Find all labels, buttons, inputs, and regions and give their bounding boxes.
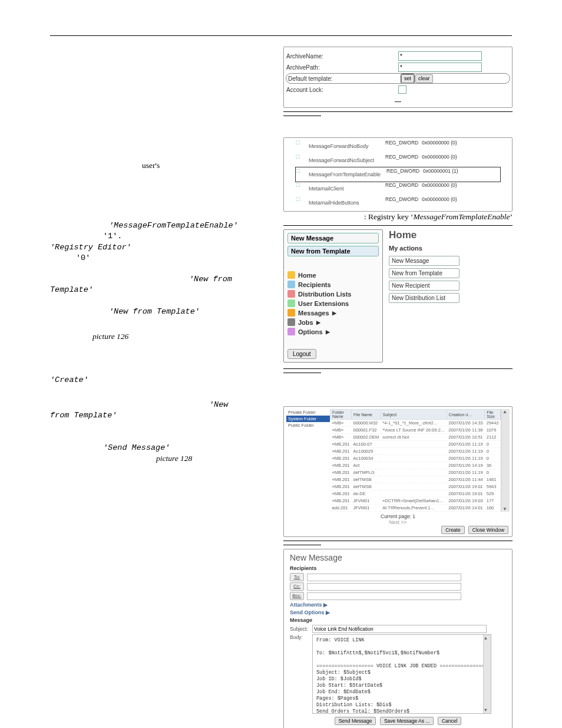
table-row[interactable]: «MB.201Ac1000342007/01/26 11:190: [330, 455, 501, 462]
message-label: Message: [290, 617, 506, 623]
archive-name-row: ArchiveName:: [286, 51, 510, 61]
template-list-window: Private FolderSystem FolderPublic Folder…: [283, 406, 513, 537]
body-textarea[interactable]: From: VOICE LINK To: $NotifAttn$,$NotifS…: [312, 634, 491, 714]
reg-icon: ⬚: [296, 167, 303, 182]
new-from-template-header[interactable]: New from Template: [287, 246, 379, 256]
archive-name-input[interactable]: [398, 51, 482, 61]
account-lock-checkbox[interactable]: [398, 85, 406, 94]
registry-row: ⬚ MessageFromTemplateEnableREG_DWORD0x00…: [296, 167, 500, 182]
my-actions-label: My actions: [389, 245, 459, 252]
registry-row: ⬚ MessageForwardNoSubjectREG_DWORD0x0000…: [296, 153, 500, 167]
extensions-icon: [287, 299, 295, 307]
recipients-icon: [287, 281, 295, 288]
table-header[interactable]: File Size: [485, 410, 501, 420]
table-row[interactable]: «MB.201defTMSB2007/01/26 19:015943: [330, 483, 501, 490]
registry-panel: ⬚ MessageForwardNoBodyREG_DWORD0x0000000…: [283, 137, 513, 212]
table-row[interactable]: «MB.201JFVM01«DCTRR>Smart(DetSwhan1…2007…: [330, 498, 501, 505]
registry-row: ⬚ MetamailHideButtonsREG_DWORD0x00000000…: [296, 196, 500, 210]
next-link[interactable]: Next >>: [389, 519, 407, 525]
options-icon: [287, 328, 295, 335]
clear-button[interactable]: clear: [415, 74, 433, 83]
new-message-window: New Message Recipients To: Cc: Bcc: Atta…: [283, 549, 513, 728]
folder-item[interactable]: Public Folder: [286, 422, 330, 429]
nav-item-recipients[interactable]: Recipients: [287, 281, 379, 288]
template-scrollbar[interactable]: [501, 409, 510, 512]
nav-item-options[interactable]: Options▶: [287, 328, 379, 335]
table-row[interactable]: «MB.201Ac1000292007/01/26 11:190: [330, 448, 501, 455]
page-top-rule: [50, 35, 512, 36]
registry-row: ⬚ MetamailClientREG_DWORD0x00000000 (0): [296, 182, 500, 196]
close-window-button[interactable]: Close Window: [468, 526, 508, 534]
bcc-field[interactable]: [307, 592, 461, 600]
nav-item-distribution-lists[interactable]: Distribution Lists: [287, 290, 379, 298]
to-field[interactable]: [307, 574, 461, 581]
archive-path-input[interactable]: [398, 62, 482, 72]
table-row[interactable]: «MB»000002.DEMcorrect dt.Not2007/01/26 1…: [330, 434, 501, 441]
picture-128: picture 128: [50, 453, 275, 464]
recipients-label: Recipients: [290, 565, 506, 571]
distribution-icon: [287, 290, 295, 298]
cc-button[interactable]: Cc:: [290, 582, 304, 591]
nav-item-messages[interactable]: Messages▶: [287, 309, 379, 317]
table-row[interactable]: «MB.201defTMPLG2007/01/26 11:190: [330, 469, 501, 476]
webclient-sidebar: New Message New from Template HomeRecipi…: [283, 229, 383, 363]
new-message-title: New Message: [290, 553, 506, 562]
template-table: Folder NameFile NameSubjectCreation d…Fi…: [330, 409, 501, 512]
cc-field[interactable]: [307, 583, 461, 591]
reg-icon: ⬚: [296, 153, 303, 167]
key-name: 'MessageFromTemplateEnable': [50, 220, 275, 231]
folder-item[interactable]: System Folder: [286, 416, 330, 422]
table-row[interactable]: «MB»000000.M32*4-1_*01_*1_More_.cfmt2…20…: [330, 420, 501, 427]
users-line: user's: [50, 160, 275, 171]
template-folders: Private FolderSystem FolderPublic Folder: [286, 409, 330, 512]
nav-item-jobs[interactable]: Jobs▶: [287, 318, 379, 326]
bcc-button[interactable]: Bcc:: [290, 592, 304, 600]
send-options-label[interactable]: Send Options ▶: [290, 610, 506, 615]
home-icon: [287, 271, 295, 279]
home-title: Home: [389, 229, 459, 241]
action-new-message[interactable]: New Message: [389, 256, 459, 266]
table-row[interactable]: «MB.201Act2007/01/26 14:1936: [330, 462, 501, 469]
table-row[interactable]: «MB.201de-DE2007/01/26 19:01529: [330, 490, 501, 498]
logout-button[interactable]: Logout: [287, 349, 316, 359]
create-button[interactable]: Create: [441, 526, 465, 534]
save-message-as-button[interactable]: Save Message As ...: [380, 717, 434, 725]
nav-item-home[interactable]: Home: [287, 271, 379, 279]
action-new-recipient[interactable]: New Recipient: [389, 281, 459, 291]
registry-row: ⬚ MessageForwardNoBodyREG_DWORD0x0000000…: [296, 139, 500, 153]
nav-item-user-extensions[interactable]: User Extensions: [287, 299, 379, 307]
action-new-from-template[interactable]: New from Template: [389, 268, 459, 278]
body-scrollbar[interactable]: [483, 635, 491, 713]
table-row[interactable]: add.201JFVM01At TRRenouts,Prevent.1…2007…: [330, 505, 501, 512]
jobs-icon: [287, 318, 295, 326]
messages-icon: [287, 309, 295, 317]
new-message-header[interactable]: New Message: [287, 233, 379, 243]
account-lock-row: Account Lock:: [286, 85, 510, 94]
table-header[interactable]: Folder Name: [330, 410, 352, 420]
reg-icon: ⬚: [296, 196, 303, 210]
account-settings-panel: ArchiveName: ArchivePath: Default templa…: [283, 47, 513, 108]
to-button[interactable]: To:: [290, 573, 304, 581]
webclient-home: Home My actions New MessageNew from Temp…: [389, 229, 459, 363]
action-new-distribution-list[interactable]: New Distribution List: [389, 293, 459, 303]
table-header[interactable]: Subject: [381, 410, 447, 420]
set-button[interactable]: set: [401, 74, 414, 83]
table-header[interactable]: File Name: [352, 410, 381, 420]
folder-item[interactable]: Private Folder: [286, 409, 330, 416]
default-template-row: Default template: set clear: [286, 74, 510, 83]
attachments-label[interactable]: Attachments ▶: [290, 602, 506, 608]
subject-input[interactable]: [312, 625, 487, 633]
table-row[interactable]: «MB.201defTMSB2007/01/26 11:441481: [330, 476, 501, 483]
table-row[interactable]: «MB.201Ac100-072007/01/26 11:190: [330, 441, 501, 448]
send-message-button[interactable]: Send Message: [335, 717, 376, 725]
cancel-button[interactable]: Cancel: [438, 717, 461, 725]
picture-126: picture 126: [50, 331, 275, 342]
table-row[interactable]: «MB»000001.F32*Voice LT Source INF 26:09…: [330, 427, 501, 434]
reg-icon: ⬚: [296, 182, 303, 196]
archive-path-row: ArchivePath:: [286, 62, 510, 72]
registry-caption: : Registry key ‘MessageFromTemplateEnabl…: [283, 212, 513, 222]
collapse-icon[interactable]: —: [286, 98, 510, 105]
table-header[interactable]: Creation d…: [447, 410, 484, 420]
reg-icon: ⬚: [296, 139, 303, 153]
left-text-column: user's 'MessageFromTemplateEnable' '1'. …: [50, 47, 275, 728]
